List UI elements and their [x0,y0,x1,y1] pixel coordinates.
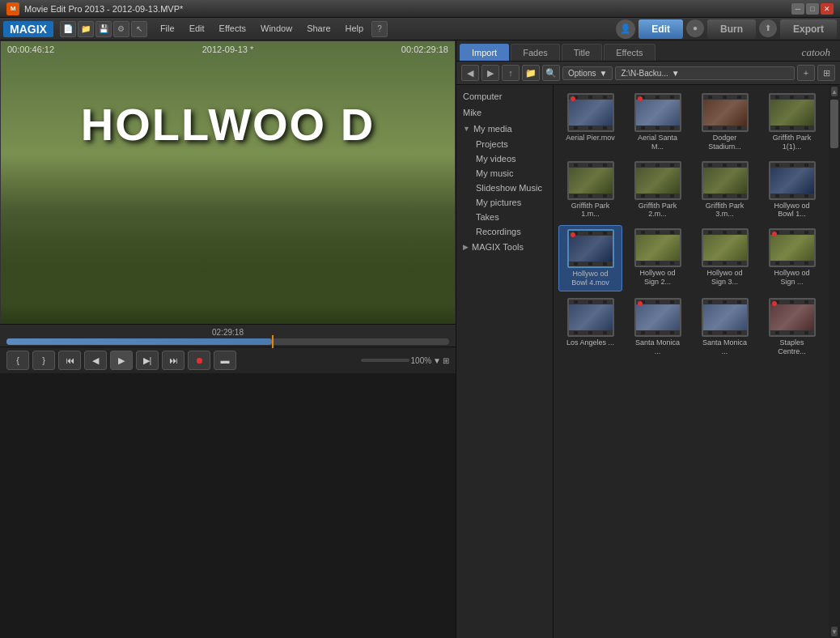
scroll-thumb[interactable] [830,100,838,148]
takes-label: Takes [476,212,499,222]
maximize-button[interactable]: □ [806,3,819,15]
thumb-dodger [702,93,749,132]
edit-button[interactable]: Edit [638,19,683,39]
file-griffith-3[interactable]: Griffith Park 3.m... [693,158,757,223]
file-staples[interactable]: Staples Centre... [760,295,824,359]
playback-controls: { } ⏮ ◀ ▶ ▶| ⏭ ⏺ ▬ 100% ▼ ⊞ [0,347,456,373]
menu-effects[interactable]: Effects [213,21,252,37]
capture-btn[interactable]: ▬ [214,351,236,370]
magix-tools-arrow: ▶ [463,243,469,251]
next-frame-btn[interactable]: ▶| [136,351,159,370]
tab-effects[interactable]: Effects [604,44,655,61]
options-dropdown[interactable]: Options ▼ [562,66,613,80]
tree-slideshow-music[interactable]: Slideshow Music [469,181,553,195]
trim-in-btn[interactable]: { [6,351,29,370]
file-bowl-1-name: Hollywo od Bowl 1... [767,202,817,219]
thumb-griffith-1 [769,93,816,132]
folder-btn[interactable]: 📁 [522,65,540,81]
path-dropdown[interactable]: Z:\N-Backu... ▼ [615,66,795,80]
tree-my-media[interactable]: ▼ My media [456,121,553,137]
prev-frame-btn[interactable]: ◀ [84,351,107,370]
new-icon[interactable]: 📄 [60,21,76,37]
menu-file[interactable]: File [154,21,181,37]
file-la[interactable]: Los Angeles ... [558,295,622,359]
burn-button[interactable]: Burn [707,19,756,39]
skip-back-btn[interactable]: ⏮ [58,351,81,370]
trim-out-btn[interactable]: } [32,351,55,370]
search-btn[interactable]: 🔍 [542,65,560,81]
tree-computer[interactable]: Computer [456,88,553,104]
menu-share[interactable]: Share [300,21,337,37]
file-sign-3-name: Hollywo od Sign 3... [700,269,750,287]
file-aerial-pier[interactable]: Aerial Pier.mov [558,90,622,155]
zoom-level: 100% [411,356,432,365]
zoom-slider[interactable] [361,359,409,362]
file-tree: Computer Mike ▼ My media Projects My vid… [456,85,554,638]
add-btn[interactable]: + [797,65,815,81]
zoom-icon[interactable]: ▼ [433,356,441,365]
right-panel: Import Fades Title Effects catooh ◀ ▶ ↑ … [456,40,840,638]
menu-help[interactable]: Help [339,21,371,37]
grid-btn[interactable]: ⊞ [817,65,835,81]
file-griffith-1m[interactable]: Griffith Park 1.m... [558,158,622,223]
header-buttons: 👤 Edit ● Burn ⬆ Export [616,19,837,39]
file-sign-2-name: Hollywo od Sign 2... [633,269,683,287]
file-bowl-4[interactable]: Hollywo od Bowl 4.mov [558,225,622,291]
tree-mike[interactable]: Mike [456,104,553,121]
file-griffith-1[interactable]: Griffith Park 1(1)... [760,90,824,155]
export-button[interactable]: Export [780,19,837,39]
back-btn[interactable]: ◀ [461,65,479,81]
file-bowl-1[interactable]: Hollywo od Bowl 1... [760,158,824,223]
browser-toolbar: ◀ ▶ ↑ 📁 🔍 Options ▼ Z:\N-Backu... ▼ + ⊞ [456,62,840,85]
file-sign[interactable]: Hollywo od Sign ... [760,225,824,291]
file-la-name: Los Angeles ... [566,338,614,347]
file-santa-1[interactable]: Santa Monica ... [626,295,689,359]
skip-fwd-btn[interactable]: ⏭ [162,351,185,370]
tree-my-music[interactable]: My music [469,166,553,181]
preview-video: HOLLWOO D [1,41,455,323]
tree-recordings[interactable]: Recordings [469,224,553,239]
scrubber-area[interactable]: 02:29:18 [0,324,456,347]
tab-fades[interactable]: Fades [511,44,560,61]
thumb-santa-1 [634,298,681,337]
thumb-griffith-2 [634,161,681,200]
preview-timecodes: 00:00:46:12 2012-09-13 * 00:02:29:18 [7,45,448,54]
open-icon[interactable]: 📁 [78,21,94,37]
tree-my-videos[interactable]: My videos [469,151,553,166]
left-panel: 00:00:46:12 2012-09-13 * 00:02:29:18 ▲ H… [0,40,456,638]
help-icon[interactable]: ? [371,21,388,37]
save-icon[interactable]: 💾 [95,21,112,37]
menu-edit[interactable]: Edit [183,21,211,37]
tree-my-pictures[interactable]: My pictures [469,195,553,210]
thumb-aerial-santa [634,93,681,132]
file-aerial-santa-name: Aerial Santa M... [633,134,683,151]
tree-takes[interactable]: Takes [469,210,553,224]
thumb-sign-3 [702,228,749,267]
tree-projects[interactable]: Projects [469,137,553,151]
browser-scrollbar[interactable]: ▲ ▼ [829,85,840,638]
tab-title[interactable]: Title [562,44,602,61]
tab-import[interactable]: Import [460,44,509,61]
file-sign-2[interactable]: Hollywo od Sign 2... [626,225,689,291]
record-btn[interactable]: ⏺ [188,351,210,370]
computer-label: Computer [463,91,502,101]
cursor-icon[interactable]: ↖ [131,21,147,37]
settings-icon[interactable]: ⚙ [113,21,129,37]
tree-magix-tools[interactable]: ▶ MAGIX Tools [456,239,553,255]
zoom-adjust[interactable]: ⊞ [443,356,449,365]
menu-window[interactable]: Window [254,21,299,37]
file-dodger[interactable]: Dodger Stadium... [693,90,757,155]
magix-logo: MAGIX [3,21,53,37]
fwd-btn[interactable]: ▶ [482,65,499,81]
up-btn[interactable]: ↑ [502,65,520,81]
file-griffith-1-name: Griffith Park 1(1)... [767,134,817,151]
play-btn[interactable]: ▶ [110,351,133,370]
scrubber-bar[interactable] [6,338,449,345]
close-button[interactable]: ✕ [821,3,834,15]
file-griffith-2[interactable]: Griffith Park 2.m... [626,158,689,223]
minimize-button[interactable]: ─ [791,3,804,15]
file-santa-2[interactable]: Santa Monica ... [693,295,757,359]
file-sign-3[interactable]: Hollywo od Sign 3... [693,225,757,291]
scrubber-container[interactable] [6,338,449,345]
file-aerial-santa[interactable]: Aerial Santa M... [626,90,689,155]
